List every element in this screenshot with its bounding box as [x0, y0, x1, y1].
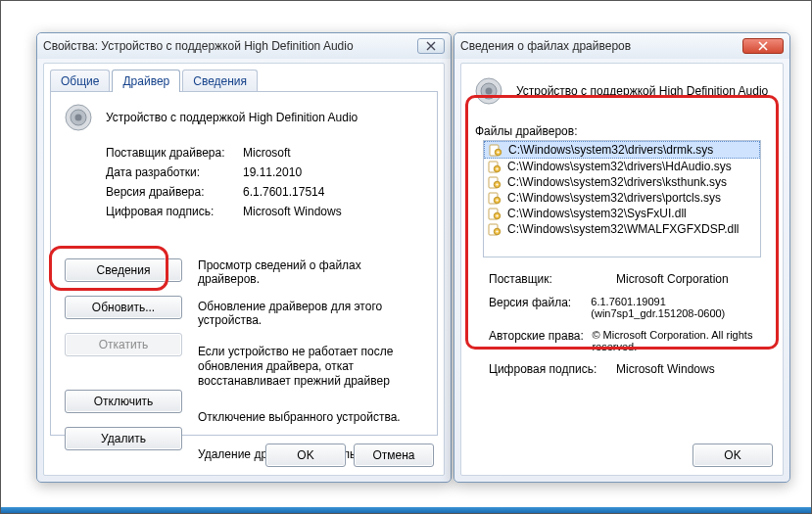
device-properties-window: Свойства: Устройство с поддержкой High D…	[36, 32, 452, 483]
speaker-icon	[473, 75, 504, 107]
close-icon	[426, 41, 436, 51]
file-path: C:\Windows\system32\WMALFXGFXDSP.dll	[507, 222, 740, 236]
file-gear-icon	[488, 222, 502, 236]
file-path: C:\Windows\system32\drivers\HdAudio.sys	[507, 160, 732, 173]
file-gear-icon	[488, 207, 502, 220]
driver-file-details-window: Сведения о файлах драйверов Устройство с…	[454, 32, 790, 483]
value-vendor: Microsoft	[243, 146, 291, 160]
rollback-driver-button: Откатить	[65, 333, 182, 356]
update-driver-button[interactable]: Обновить...	[65, 296, 182, 319]
value-file-version: 6.1.7601.19091 (win7sp1_gdr.151208-0600)	[591, 296, 761, 319]
close-icon	[757, 41, 769, 51]
file-path: C:\Windows\system32\SysFxUI.dll	[507, 207, 687, 220]
speaker-icon	[63, 102, 94, 133]
tab-panel-driver: Устройство с поддержкой High Definition …	[50, 91, 438, 436]
label-signature: Цифровая подпись:	[489, 362, 616, 376]
file-gear-icon	[488, 160, 502, 173]
device-name: Устройство с поддержкой High Definition …	[516, 84, 768, 98]
label-version: Версия драйвера:	[106, 185, 243, 199]
device-name: Устройство с поддержкой High Definition …	[106, 111, 358, 124]
file-gear-icon	[489, 143, 502, 157]
close-button[interactable]	[417, 38, 445, 54]
file-metadata: Поставщик:Microsoft Corporation Версия ф…	[489, 267, 761, 381]
list-item[interactable]: C:\Windows\system32\WMALFXGFXDSP.dll	[484, 221, 760, 237]
list-item[interactable]: C:\Windows\system32\drivers\portcls.sys	[484, 190, 760, 206]
tab-driver[interactable]: Драйвер	[112, 70, 180, 92]
tabstrip: Общие Драйвер Сведения	[50, 70, 260, 92]
ok-button[interactable]: OK	[265, 444, 346, 467]
driver-info: Поставщик драйвера:Microsoft Дата разраб…	[51, 141, 437, 229]
value-version: 6.1.7601.17514	[243, 185, 324, 199]
file-gear-icon	[488, 175, 502, 189]
tab-general[interactable]: Общие	[50, 70, 110, 92]
desc-disable: Отключение выбранного устройства.	[198, 405, 423, 429]
desc-details: Просмотр сведений о файлах драйверов.	[198, 258, 423, 286]
window-title: Свойства: Устройство с поддержкой High D…	[43, 39, 413, 53]
driver-details-button[interactable]: Сведения	[65, 258, 182, 282]
list-item[interactable]: C:\Windows\system32\drivers\ksthunk.sys	[484, 174, 760, 190]
label-file-vendor: Поставщик:	[489, 272, 616, 286]
desc-update: Обновление драйверов для этого устройств…	[198, 300, 423, 327]
file-gear-icon	[488, 191, 502, 205]
window-title: Сведения о файлах драйверов	[460, 39, 739, 53]
list-item[interactable]: C:\Windows\system32\SysFxUI.dll	[484, 206, 760, 221]
label-copyright: Авторские права:	[489, 329, 592, 352]
file-path: C:\Windows\system32\drivers\ksthunk.sys	[507, 175, 727, 189]
file-path: C:\Windows\system32\drivers\portcls.sys	[507, 191, 721, 205]
label-date: Дата разработки:	[106, 165, 243, 179]
value-file-vendor: Microsoft Corporation	[616, 272, 729, 286]
label-signature: Цифровая подпись:	[106, 205, 243, 218]
uninstall-driver-button[interactable]: Удалить	[65, 427, 182, 450]
close-button[interactable]	[742, 38, 784, 54]
disable-device-button[interactable]: Отключить	[65, 390, 182, 413]
tab-details[interactable]: Сведения	[182, 70, 258, 92]
label-driver-files: Файлы драйверов:	[475, 124, 577, 138]
value-signature: Microsoft Windows	[243, 205, 342, 218]
value-copyright: © Microsoft Corporation. All rights rese…	[592, 329, 761, 352]
list-item[interactable]: C:\Windows\system32\drivers\drmk.sys	[484, 141, 760, 159]
ok-button[interactable]: OK	[693, 444, 773, 467]
label-vendor: Поставщик драйвера:	[106, 146, 243, 160]
value-signature: Microsoft Windows	[616, 362, 715, 376]
desc-rollback: Если устройство не работает после обновл…	[198, 341, 423, 392]
cancel-button[interactable]: Отмена	[354, 444, 434, 467]
list-item[interactable]: C:\Windows\system32\drivers\HdAudio.sys	[484, 159, 760, 174]
value-date: 19.11.2010	[243, 165, 302, 179]
label-file-version: Версия файла:	[489, 296, 591, 319]
file-path: C:\Windows\system32\drivers\drmk.sys	[508, 143, 713, 157]
driver-files-list[interactable]: C:\Windows\system32\drivers\drmk.sys C:\…	[483, 140, 761, 257]
